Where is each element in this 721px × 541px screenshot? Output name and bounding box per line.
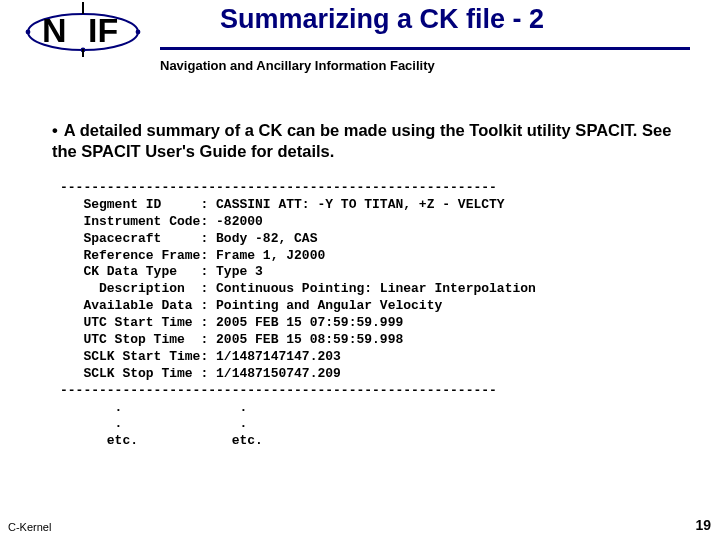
bullet-content: A detailed summary of a CK can be made u…	[52, 121, 671, 160]
title-rule	[160, 47, 690, 50]
svg-point-1	[26, 30, 31, 35]
slide: N IF Summarizing a CK file - 2 Navigatio…	[0, 0, 721, 541]
svg-text:IF: IF	[88, 11, 118, 49]
naif-logo: N IF	[18, 2, 148, 57]
svg-text:N: N	[42, 11, 67, 49]
bullet-text: •A detailed summary of a CK can be made …	[52, 120, 681, 161]
svg-point-2	[136, 30, 141, 35]
footer-right: 19	[695, 517, 711, 533]
slide-title: Summarizing a CK file - 2	[220, 4, 544, 35]
code-block: ----------------------------------------…	[60, 180, 536, 450]
bullet-marker: •	[52, 121, 58, 139]
footer-left: C-Kernel	[8, 521, 51, 533]
slide-subtitle: Navigation and Ancillary Information Fac…	[160, 58, 435, 73]
header: N IF Summarizing a CK file - 2	[0, 0, 721, 58]
